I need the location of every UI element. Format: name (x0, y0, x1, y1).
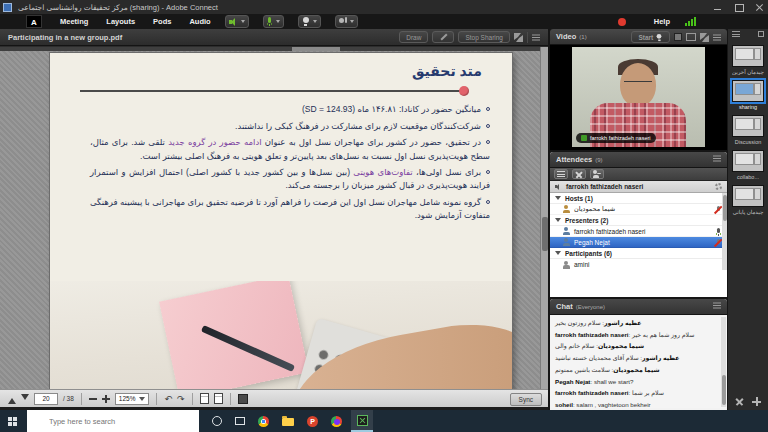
stop-sharing-button[interactable]: Stop Sharing (458, 31, 510, 43)
layout-item-collaboration[interactable]: collabo... (732, 150, 764, 180)
breakout-button[interactable] (572, 169, 586, 179)
draw-button[interactable]: Draw (399, 31, 428, 43)
zoom-out-icon[interactable] (89, 398, 97, 400)
previous-page-icon[interactable] (8, 394, 16, 404)
layout-item-1[interactable]: چیدمان آخرین (732, 45, 764, 75)
bullet-item: گروه نمونه شامل مهاجران نسل اول این فرصت… (90, 196, 490, 222)
layout-thumbnail-selected[interactable] (732, 80, 764, 102)
attendees-scrollbar[interactable] (722, 193, 727, 270)
chrome-profile-icon[interactable] (331, 416, 342, 427)
adobe-connect-window: مرکز تحقیقات روانشناسی اجتماعی (sharing)… (0, 0, 768, 432)
menu-audio[interactable]: Audio (189, 17, 210, 26)
microphone-button[interactable] (263, 15, 284, 28)
pod-menu-icon[interactable] (713, 154, 723, 162)
menu-pods[interactable]: Pods (153, 17, 171, 26)
chrome-icon[interactable] (258, 416, 269, 427)
page-number-input[interactable] (34, 393, 58, 405)
rotate-right-icon[interactable]: ↷ (177, 394, 185, 404)
attendee-row-participant[interactable]: amini (550, 259, 727, 270)
pod-menu-icon[interactable] (713, 33, 723, 41)
menu-meeting[interactable]: Meeting (60, 17, 88, 26)
title-rule (80, 90, 465, 92)
layout-label: چیدمان آخرین (732, 69, 764, 75)
rotate-left-icon[interactable]: ↶ (164, 394, 172, 404)
pod-menu-icon[interactable] (713, 301, 723, 309)
zoom-in-icon[interactable] (102, 395, 110, 403)
delete-layout-icon[interactable] (735, 397, 744, 406)
chat-messages: عطیه راشور: سلام روزتون بخیر farrokh fat… (550, 316, 727, 408)
layout-thumbnail[interactable] (732, 150, 764, 172)
webcam-button[interactable] (298, 15, 321, 28)
layout-item-sharing[interactable]: sharing (732, 80, 764, 110)
pointer-button[interactable] (432, 31, 454, 43)
chat-pod-title: Chat (556, 302, 573, 311)
fullscreen-icon[interactable] (700, 33, 709, 42)
layout-thumbnail[interactable] (732, 115, 764, 137)
layout-label: collabo... (732, 174, 764, 180)
file-explorer-icon[interactable] (282, 418, 294, 426)
filmstrip-view-icon[interactable] (686, 33, 696, 41)
layout-thumbnail[interactable] (732, 185, 764, 207)
layout-thumbnail[interactable] (732, 45, 764, 67)
participant-avatar (562, 261, 570, 269)
chevron-down-icon[interactable] (350, 20, 354, 23)
adobe-connect-taskbar-active[interactable] (351, 410, 373, 432)
status-button[interactable] (335, 15, 358, 28)
start-webcam-button[interactable]: Start (631, 31, 670, 43)
attendee-row-host[interactable]: شیما محمودیان (550, 204, 727, 215)
chat-scrollbar[interactable] (721, 317, 726, 407)
sidebar-menu-icon[interactable] (732, 31, 740, 37)
connection-signal-icon[interactable] (685, 17, 696, 26)
single-page-view-icon[interactable] (200, 393, 209, 404)
attendee-view-button[interactable] (554, 169, 568, 179)
help-menu[interactable]: Help (654, 17, 670, 26)
share-pod: Participating in a new group.pdf Draw St… (0, 29, 548, 410)
windows-start-icon[interactable] (8, 417, 17, 426)
bullet-marker-icon (486, 140, 490, 144)
psiphon-icon[interactable]: P (307, 416, 318, 427)
attendee-row-presenter[interactable]: farrokh fathizadeh naseri (550, 226, 727, 237)
continuous-view-icon[interactable] (214, 393, 223, 404)
bullet-marker-icon (486, 200, 490, 204)
speaker-button[interactable] (225, 15, 249, 28)
chevron-down-icon[interactable] (276, 20, 280, 23)
pod-menu-icon[interactable] (532, 33, 542, 41)
zoom-level-select[interactable]: 125% (115, 393, 150, 405)
scrollbar-thumb[interactable] (542, 217, 548, 251)
attendee-row-presenter-selected[interactable]: Pegah Nejat (550, 237, 727, 248)
task-view-icon[interactable] (235, 417, 245, 425)
grid-view-icon[interactable] (674, 33, 682, 41)
app-icon (3, 3, 12, 12)
thumbnail-view-icon[interactable] (238, 394, 248, 404)
scrollbar-thumb[interactable] (292, 47, 340, 51)
document-area: متد تحقیق میانگین حضور در کانادا: ۱۴۶.۸۱… (0, 47, 548, 389)
vertical-scrollbar[interactable] (540, 47, 548, 389)
chat-message: عطیه راشور: سلام آقای محمدیان خسته نباشی… (555, 354, 719, 361)
cortana-icon[interactable] (212, 416, 222, 426)
scrollbar-thumb[interactable] (723, 195, 727, 221)
close-icon[interactable] (755, 3, 764, 12)
scrollbar-thumb[interactable] (722, 375, 726, 405)
chevron-down-icon[interactable] (313, 20, 317, 23)
sidebar-pin-icon[interactable] (758, 31, 764, 37)
menu-layouts[interactable]: Layouts (106, 17, 135, 26)
gear-icon[interactable] (715, 183, 722, 190)
bullet-marker-icon (486, 124, 490, 128)
minimize-icon[interactable] (713, 3, 722, 12)
active-speaker-row[interactable]: farrokh fathizadeh naseri (550, 181, 727, 193)
layout-item-discussion[interactable]: Discussion (732, 115, 764, 145)
participants-group-header[interactable]: Participants (6) (550, 248, 727, 259)
presenters-group-header[interactable]: Presenters (2) (550, 215, 727, 226)
maximize-icon[interactable] (734, 3, 743, 12)
chevron-down-icon[interactable] (241, 20, 245, 23)
hosts-group-header[interactable]: Hosts (1) (550, 193, 727, 204)
attendee-status-button[interactable] (590, 169, 604, 179)
horizontal-scrollbar[interactable] (0, 47, 540, 51)
layout-item-5[interactable]: چیدمان پایانی (732, 185, 764, 215)
divider (230, 393, 231, 405)
sync-button[interactable]: Sync (510, 393, 542, 406)
fullscreen-icon[interactable] (514, 33, 523, 42)
search-input[interactable] (27, 410, 199, 432)
next-page-icon[interactable] (21, 394, 29, 404)
add-layout-icon[interactable] (752, 397, 761, 406)
